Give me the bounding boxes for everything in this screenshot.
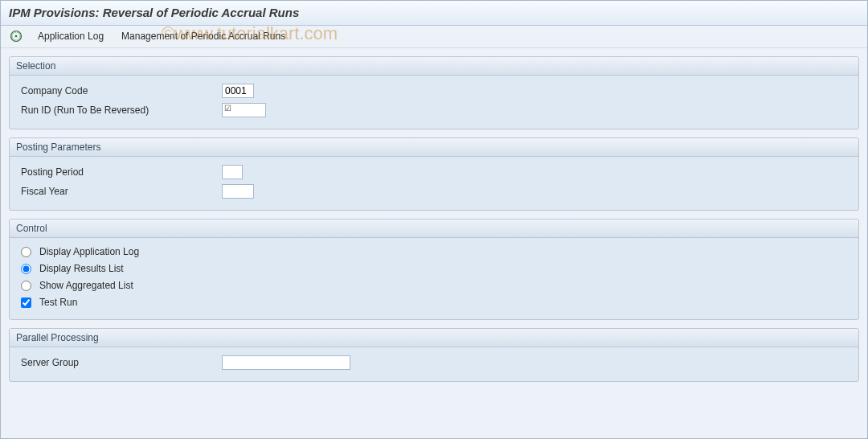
- radio-display-app-log-label: Display Application Log: [39, 246, 139, 257]
- group-control-header: Control: [10, 220, 858, 238]
- group-parallel-processing: Parallel Processing Server Group: [9, 328, 859, 382]
- svg-point-2: [15, 35, 18, 38]
- run-id-label: Run ID (Run To Be Reversed): [21, 105, 222, 116]
- company-code-label: Company Code: [21, 85, 222, 96]
- radio-show-aggregated-input[interactable]: [21, 281, 31, 291]
- checkbox-test-run-label: Test Run: [39, 297, 77, 308]
- group-selection-header: Selection: [10, 57, 858, 76]
- group-posting-parameters: Posting Parameters Posting Period Fiscal…: [9, 137, 859, 211]
- group-parallel-header: Parallel Processing: [10, 329, 858, 347]
- radio-display-results-input[interactable]: [21, 264, 31, 274]
- group-control: Control Display Application Log Display …: [9, 219, 859, 320]
- radio-show-aggregated[interactable]: Show Aggregated List: [21, 277, 847, 293]
- toolbar-management-runs[interactable]: Management of Periodic Accrual Runs: [118, 29, 289, 43]
- group-selection: Selection Company Code Run ID (Run To Be…: [9, 56, 859, 129]
- radio-display-results-label: Display Results List: [39, 263, 124, 274]
- checkbox-test-run-input[interactable]: [21, 297, 31, 308]
- group-posting-header: Posting Parameters: [10, 138, 858, 157]
- server-group-label: Server Group: [21, 357, 222, 368]
- radio-display-results[interactable]: Display Results List: [21, 261, 847, 277]
- page-title: IPM Provisions: Reversal of Periodic Acc…: [1, 1, 867, 26]
- execute-icon[interactable]: [9, 29, 23, 43]
- posting-period-label: Posting Period: [21, 166, 222, 178]
- radio-display-app-log[interactable]: Display Application Log: [21, 244, 847, 260]
- toolbar: Application Log Management of Periodic A…: [1, 26, 867, 48]
- checkbox-test-run[interactable]: Test Run: [21, 294, 847, 310]
- run-id-input[interactable]: [222, 103, 266, 117]
- radio-display-app-log-input[interactable]: [21, 247, 31, 257]
- content-area: Selection Company Code Run ID (Run To Be…: [1, 48, 867, 398]
- server-group-input[interactable]: [222, 355, 350, 370]
- radio-show-aggregated-label: Show Aggregated List: [39, 280, 133, 291]
- posting-period-input[interactable]: [222, 165, 243, 179]
- page-title-text: IPM Provisions: Reversal of Periodic Acc…: [9, 6, 299, 19]
- fiscal-year-input[interactable]: [222, 184, 254, 199]
- company-code-input[interactable]: [222, 84, 254, 98]
- toolbar-application-log[interactable]: Application Log: [35, 29, 107, 43]
- fiscal-year-label: Fiscal Year: [21, 186, 222, 197]
